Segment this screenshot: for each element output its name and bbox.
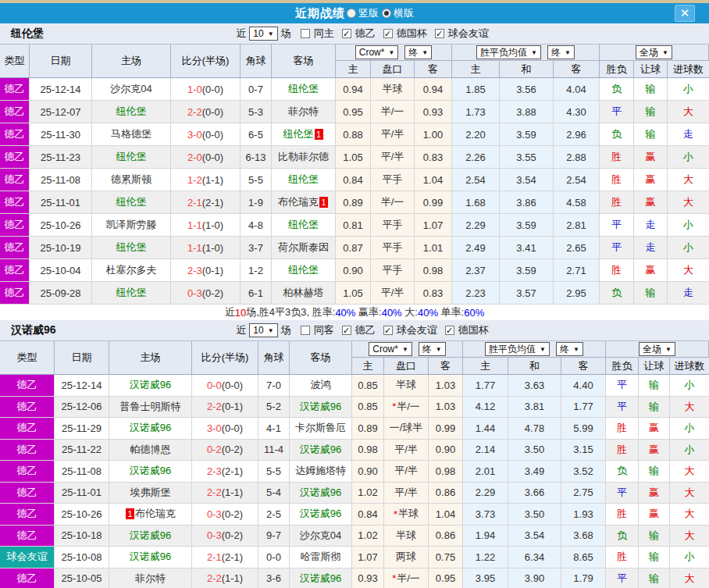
competition-checkbox-2[interactable]: ✓ <box>445 326 454 335</box>
away-team-name[interactable]: 汉诺威96 <box>300 443 341 457</box>
home-team-cell[interactable]: 纽伦堡 <box>92 101 171 123</box>
home-team-name[interactable]: 汉诺威96 <box>130 464 171 478</box>
avg-away-cell: 4.40 <box>561 375 606 396</box>
home-team-cell[interactable]: 汉诺威96 <box>109 461 192 482</box>
corner-cell: 11-4 <box>258 440 290 461</box>
competition-label-0: 德乙 <box>355 323 376 337</box>
date-cell: 25-12-06 <box>55 397 109 418</box>
date-cell: 25-11-23 <box>30 146 92 168</box>
away-team-name[interactable]: 汉诺威96 <box>300 507 341 521</box>
radio-horizontal-layout[interactable]: 横版 <box>382 6 414 20</box>
same-venue-checkbox[interactable] <box>301 326 310 335</box>
home-team-name[interactable]: 纽伦堡 <box>116 150 147 164</box>
home-team-name[interactable]: 汉诺威96 <box>130 529 171 543</box>
handicap-cell: 平手 <box>371 237 415 258</box>
competition-checkbox-1[interactable]: ✓ <box>383 326 393 335</box>
avg-odds-select[interactable]: 胜平负均值▼ <box>476 45 541 59</box>
home-team-name: 布伦瑞克 <box>135 507 176 521</box>
radio-vertical-layout[interactable]: 竖版 <box>347 6 379 20</box>
halftime-score: (0-0) <box>202 84 223 95</box>
competition-checkbox-2[interactable]: ✓ <box>435 29 444 38</box>
avg-final-select[interactable]: 终▼ <box>547 45 575 59</box>
odds-source-select[interactable]: Crow*▼ <box>369 342 412 356</box>
result-goals-cell: 小 <box>670 418 709 439</box>
halftime-score: (0-0) <box>202 129 223 141</box>
competition-checkbox-0[interactable]: ✓ <box>342 326 351 335</box>
home-team-name[interactable]: 纽伦堡 <box>116 286 147 300</box>
home-team-name[interactable]: 纽伦堡 <box>116 195 147 209</box>
home-team-name[interactable]: 汉诺威96 <box>130 378 171 392</box>
home-team-cell[interactable]: 纽伦堡 <box>92 237 171 258</box>
odds-source-select[interactable]: Crow*▼ <box>355 45 399 59</box>
away-team-name[interactable]: 纽伦堡 <box>283 127 314 141</box>
home-team-name[interactable]: 纽伦堡 <box>116 241 147 255</box>
odds-away-cell: 0.99 <box>415 191 452 213</box>
home-team-name: 杜塞尔多夫 <box>106 263 157 277</box>
home-team-cell[interactable]: 纽伦堡 <box>92 191 171 213</box>
score-cell: 2-2(0-0) <box>171 101 240 123</box>
away-team-cell[interactable]: 汉诺威96 <box>290 483 352 504</box>
away-team-cell[interactable]: 汉诺威96 <box>290 568 352 588</box>
home-team-name[interactable]: 汉诺威96 <box>130 550 171 564</box>
avg-odds-select[interactable]: 胜平负均值▼ <box>485 342 550 356</box>
match-count-select[interactable]: 10▼ <box>249 323 277 337</box>
competition-checkbox-1[interactable]: ✓ <box>383 29 393 38</box>
score-cell: 2-2(1-1) <box>192 568 258 588</box>
score-cell: 1-1(1-0) <box>171 214 240 236</box>
chevron-down-icon: ▼ <box>540 346 546 353</box>
home-team-cell[interactable]: 汉诺威96 <box>109 375 192 396</box>
away-team-cell[interactable]: 纽伦堡 <box>272 259 336 281</box>
home-team-cell[interactable]: 汉诺威96 <box>109 418 192 439</box>
radio-icon[interactable] <box>382 9 391 18</box>
handicap-cell: 平/半 <box>384 440 429 461</box>
away-team-cell[interactable]: 纽伦堡1 <box>272 123 336 145</box>
result-handicap-cell: 走 <box>634 214 668 236</box>
odds-away-cell: 0.86 <box>429 483 463 504</box>
table-row: 德乙25-12-14沙尔克041-0(0-0)0-7纽伦堡0.94半球0.941… <box>0 78 709 101</box>
handicap-cell: 平/半 <box>371 146 415 168</box>
fulltime-select[interactable]: 全场▼ <box>639 342 675 356</box>
away-team-cell[interactable]: 汉诺威96 <box>290 397 352 418</box>
close-icon[interactable]: ✕ <box>675 5 695 22</box>
away-team-cell[interactable]: 汉诺威96 <box>290 504 352 525</box>
table-header: 类型日期主场比分(半场)角球客场Crow*▼终▼胜平负均值▼终▼全场▼主盘口客主… <box>0 45 709 78</box>
result-handicap-cell: 输 <box>634 123 668 145</box>
competition-checkbox-0[interactable]: ✓ <box>342 29 351 38</box>
away-team-name[interactable]: 汉诺威96 <box>300 486 341 500</box>
avg-final-select[interactable]: 终▼ <box>556 342 583 356</box>
away-team-name[interactable]: 汉诺威96 <box>300 400 341 414</box>
away-team-name[interactable]: 纽伦堡 <box>288 82 319 96</box>
fulltime-select-label: 全场 <box>643 343 661 356</box>
home-team-cell[interactable]: 汉诺威96 <box>109 526 192 547</box>
home-team-cell[interactable]: 纽伦堡 <box>92 146 171 168</box>
away-team-cell[interactable]: 纽伦堡 <box>272 169 336 191</box>
away-team-name[interactable]: 纽伦堡 <box>288 263 319 277</box>
away-team-name[interactable]: 纽伦堡 <box>288 218 319 232</box>
away-team-cell[interactable]: 汉诺威96 <box>290 440 352 461</box>
odds-final-select[interactable]: 终▼ <box>419 342 446 356</box>
league-cell: 德乙 <box>0 101 30 123</box>
away-team-cell[interactable]: 纽伦堡 <box>272 78 336 100</box>
home-team-name[interactable]: 汉诺威96 <box>130 421 171 435</box>
result-wdl-cell: 负 <box>600 78 634 100</box>
avg-away-cell: 4.30 <box>554 101 600 123</box>
fulltime-select[interactable]: 全场▼ <box>636 45 672 59</box>
chevron-down-icon: ▼ <box>422 49 428 56</box>
odds-final-select[interactable]: 终▼ <box>404 45 432 59</box>
avg-home-cell: 4.12 <box>463 397 508 418</box>
table-row: 德乙25-11-08汉诺威962-3(2-1)5-5达姆施塔特0.90平/半0.… <box>0 461 709 483</box>
away-team-cell[interactable]: 纽伦堡 <box>272 214 336 236</box>
home-team-name[interactable]: 纽伦堡 <box>116 105 147 119</box>
home-team-cell[interactable]: 纽伦堡 <box>92 282 171 304</box>
radio-icon[interactable] <box>347 9 356 18</box>
home-team-cell: 菲尔特 <box>109 568 192 588</box>
home-team-cell[interactable]: 汉诺威96 <box>109 547 192 568</box>
away-team-name[interactable]: 纽伦堡 <box>288 173 319 187</box>
same-venue-checkbox[interactable] <box>301 29 310 38</box>
fulltime-select-label: 全场 <box>640 46 658 59</box>
rank-badge: 1 <box>319 197 328 208</box>
chevron-down-icon: ▼ <box>388 49 394 56</box>
away-team-name[interactable]: 汉诺威96 <box>300 572 341 586</box>
odds-home-cell: 0.85 <box>352 397 384 418</box>
match-count-select[interactable]: 10▼ <box>249 27 277 41</box>
